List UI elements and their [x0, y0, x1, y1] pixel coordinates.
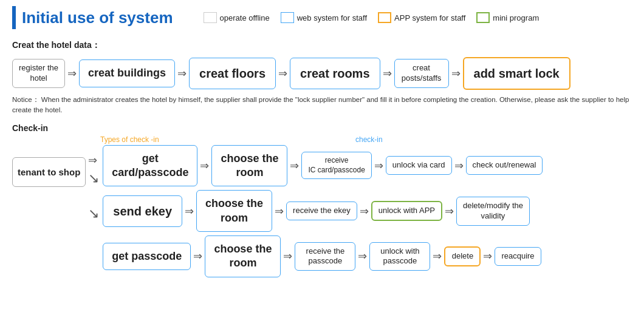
send-ekey[interactable]: send ekey [103, 195, 182, 227]
r3-arrow-2: ⇒ [283, 249, 292, 263]
types-label: Types of check -in [100, 135, 197, 144]
receive-ekey[interactable]: receive the ekey [286, 202, 357, 220]
step-add-lock[interactable]: add smart lock [463, 57, 570, 90]
tenant-to-shop[interactable]: tenant to shop [12, 157, 86, 188]
legend-box-mini [476, 12, 490, 23]
r2-arrow-4: ⇒ [445, 205, 454, 218]
hotel-data-flow: register thehotel ⇒ creat buildings ⇒ cr… [12, 57, 632, 90]
legend-box-web [281, 12, 294, 23]
r3-arrow-1: ⇒ [193, 249, 202, 263]
hotel-data-title: Creat the hotel data： [12, 40, 632, 51]
checkin-header-labels: Types of check -in check-in [12, 135, 632, 144]
header-accent-bar [12, 6, 16, 29]
hotel-data-section: Creat the hotel data： register thehotel … [12, 40, 632, 116]
receive-passcode[interactable]: receive thepasscode [295, 242, 355, 271]
legend-mini: mini program [476, 12, 539, 23]
arrow-3: ⇒ [278, 67, 287, 80]
checkin-row-2: send ekey ⇒ choose theroom ⇒ receive the… [103, 190, 543, 232]
diag-arrow-down-2: ↘ [88, 205, 99, 223]
delete-modify-validity[interactable]: delete/modify thevalidity [456, 197, 530, 226]
r3-arrow-4: ⇒ [433, 249, 442, 263]
reacquire-btn[interactable]: reacquire [495, 247, 541, 266]
get-passcode[interactable]: get passcode [103, 243, 191, 270]
checkin-title: Check-in [12, 123, 632, 133]
legend: operate offline web system for staff APP… [204, 12, 540, 23]
legend-label-mini: mini program [493, 13, 539, 22]
unlock-via-card[interactable]: unlock via card [386, 156, 452, 175]
legend-label-offline: operate offline [220, 13, 270, 22]
checkin-row-1: getcard/passcode ⇒ choose theroom ⇒ rece… [103, 145, 543, 187]
arrow-1: ⇒ [67, 67, 77, 80]
check-out-renewal[interactable]: check out/renewal [466, 156, 543, 175]
r3-arrow-5: ⇒ [483, 249, 492, 263]
step-register[interactable]: register thehotel [12, 59, 65, 88]
diag-arrow-down-1: ↘ [88, 169, 99, 188]
arrow-5: ⇒ [451, 67, 461, 80]
arrow-2: ⇒ [177, 67, 187, 80]
checkin-main: tenant to shop ⇒ ↘ ↘ getcard/passcode ⇒ [12, 145, 632, 277]
choose-room-3[interactable]: choose theroom [205, 235, 281, 277]
hotel-notice: Notice： When the administrator creates t… [12, 95, 632, 116]
checkin-row-3: get passcode ⇒ choose theroom ⇒ receive … [103, 235, 543, 277]
r2-arrow-3: ⇒ [360, 205, 369, 218]
receive-ic-card[interactable]: receiveIC card/passcode [301, 152, 371, 179]
checkin-rows: getcard/passcode ⇒ choose theroom ⇒ rece… [103, 145, 543, 277]
choose-room-2[interactable]: choose theroom [196, 190, 272, 232]
step-buildings[interactable]: creat buildings [79, 59, 175, 87]
r1-arrow-1: ⇒ [200, 159, 209, 172]
legend-box-app [378, 12, 391, 23]
legend-box-offline [204, 12, 217, 23]
legend-offline: operate offline [204, 12, 270, 23]
r1-arrow-2: ⇒ [290, 159, 299, 172]
r2-arrow-1: ⇒ [185, 205, 194, 218]
unlock-with-passcode[interactable]: unlock withpasscode [369, 242, 430, 271]
checkin-label-header: check-in [355, 135, 383, 144]
legend-app: APP system for staff [378, 12, 465, 23]
step-posts[interactable]: creatposts/staffs [394, 59, 449, 88]
page-title: Initial use of system [22, 8, 173, 27]
checkin-section: Check-in Types of check -in check-in ten… [12, 123, 632, 277]
choose-room-1[interactable]: choose theroom [211, 145, 287, 187]
r2-arrow-2: ⇒ [275, 205, 284, 218]
legend-label-app: APP system for staff [394, 13, 465, 22]
get-card-passcode[interactable]: getcard/passcode [103, 145, 197, 187]
legend-label-web: web system for staff [297, 13, 367, 22]
tenant-area: tenant to shop ⇒ ↘ ↘ [12, 145, 99, 223]
page-header: Initial use of system operate offline we… [12, 6, 632, 29]
step-rooms[interactable]: creat rooms [290, 58, 380, 89]
arrow-4: ⇒ [383, 67, 392, 80]
arrow-right-1: ⇒ [88, 151, 99, 169]
r1-arrow-4: ⇒ [454, 159, 464, 172]
r3-arrow-3: ⇒ [358, 249, 367, 263]
step-floors[interactable]: creat floors [189, 58, 276, 89]
unlock-with-app[interactable]: unlock with APP [371, 201, 442, 221]
legend-web: web system for staff [281, 12, 367, 23]
delete-btn[interactable]: delete [444, 246, 481, 266]
r1-arrow-3: ⇒ [374, 159, 383, 172]
